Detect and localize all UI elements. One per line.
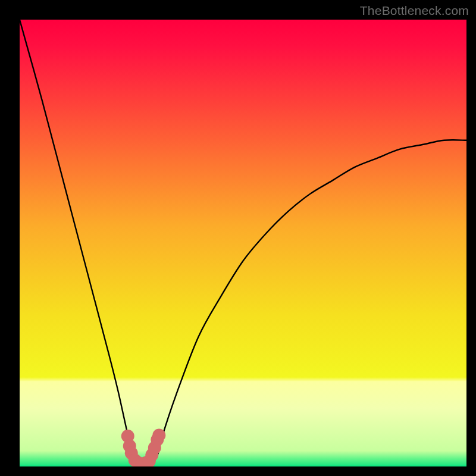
- highlight-point: [152, 428, 165, 441]
- chart-frame: TheBottleneck.com: [0, 0, 476, 476]
- plot-background: [20, 20, 466, 466]
- watermark-text: TheBottleneck.com: [360, 4, 469, 18]
- bottleneck-curve-chart: [20, 20, 466, 466]
